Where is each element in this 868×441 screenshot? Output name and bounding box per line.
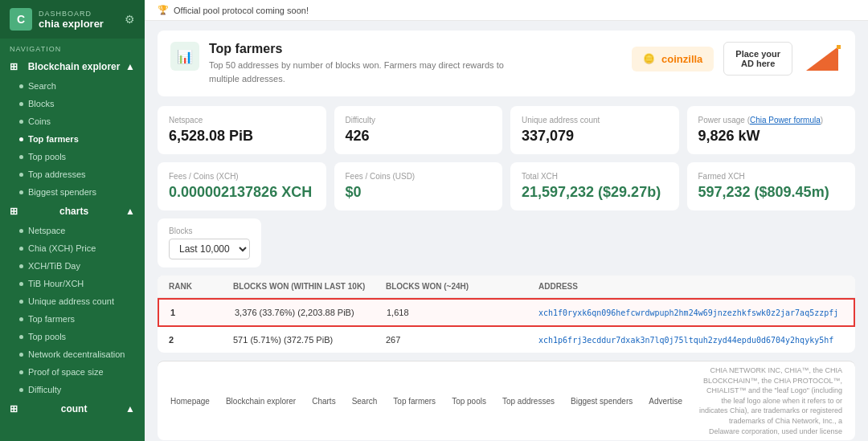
blocks-selector-label: Blocks — [169, 227, 250, 235]
stat-fees-xch: Fees / Coins (XCH) 0.000002137826 XCH — [158, 162, 326, 210]
row1-rank: 1 — [170, 308, 235, 317]
dot-icon — [19, 335, 23, 339]
grid-icon-3: ⊞ — [10, 403, 18, 414]
stat-netspace: Netspace 6,528.08 PiB — [158, 106, 326, 154]
stat-netspace-value: 6,528.08 PiB — [169, 128, 315, 145]
footer-search[interactable]: Search — [352, 397, 378, 406]
blockchain-explorer-group[interactable]: ⊞ Blockchain explorer ▲ — [0, 56, 145, 77]
charts-nav-items: Netspace Chia (XCH) Price XCH/TiB Day Ti… — [0, 222, 145, 398]
stat-fees-xch-label: Fees / Coins (XCH) — [169, 172, 315, 181]
col-rank: RANK — [169, 282, 233, 291]
blockchain-nav-items: Search Blocks Coins Top farmers Top pool… — [0, 77, 145, 201]
stat-power-value: 9,826 kW — [698, 128, 845, 145]
stat-unique-address-label: Unique address count — [522, 116, 668, 125]
blocks-select[interactable]: Last 10,000 Last 1,000 Last 100 — [169, 239, 250, 259]
brand-header: C DASHBOARD chia explorer ⚙ — [0, 0, 145, 39]
sidebar-item-search[interactable]: Search — [0, 77, 145, 95]
row1-blocks-won: 3,376 (33.76%) (2,203.88 PiB) — [235, 308, 387, 317]
footer-copyright: CHIA NETWORK INC, CHIA™, the CHIA BLOCKC… — [698, 365, 842, 436]
stat-power-label: Power usage (Chia Power formula) — [698, 116, 845, 125]
stat-netspace-label: Netspace — [169, 116, 315, 125]
chia-power-link[interactable]: Chia Power formula — [750, 116, 821, 125]
stat-difficulty-label: Difficulty — [346, 116, 492, 125]
sidebar-item-biggest-spenders[interactable]: Biggest spenders — [0, 183, 145, 201]
stat-difficulty-value: 426 — [346, 128, 492, 145]
coinzilla-icon: 🪙 — [643, 53, 655, 64]
tf-ads: 🪙 coinzilla Place your AD here — [632, 42, 842, 76]
footer-top-farmers[interactable]: Top farmers — [393, 397, 436, 406]
footer-blockchain-explorer[interactable]: Blockchain explorer — [226, 397, 296, 406]
table-row-1[interactable]: 1 3,376 (33.76%) (2,203.88 PiB) 1,618 xc… — [158, 298, 855, 327]
row1-address[interactable]: xch1f0ryxk6qn096hefcwrdwpuph2hm24w69jnze… — [538, 308, 842, 317]
dot-icon — [19, 173, 23, 177]
footer-charts[interactable]: Charts — [312, 397, 335, 406]
sidebar-item-xch-tib[interactable]: XCH/TiB Day — [0, 257, 145, 275]
sidebar-item-top-farmers[interactable]: Top farmers — [0, 130, 145, 148]
dot-icon — [19, 190, 23, 194]
dot-icon — [19, 102, 23, 106]
sidebar-item-network-decentralisation[interactable]: Network decentralisation — [0, 345, 145, 363]
sidebar-item-unique-address-count[interactable]: Unique address count — [0, 292, 145, 310]
sidebar: C DASHBOARD chia explorer ⚙ NAVIGATION ⊞… — [0, 0, 145, 441]
stat-farmed-xch: Farmed XCH 597,232 ($809.45m) — [687, 162, 856, 210]
footer-advertise[interactable]: Advertise — [649, 397, 682, 406]
stat-fees-usd-label: Fees / Coins (USD) — [346, 172, 492, 181]
sidebar-item-tib-xch[interactable]: TiB Hour/XCH — [0, 275, 145, 292]
col-address: ADDRESS — [538, 282, 844, 291]
svg-marker-0 — [806, 47, 838, 71]
sidebar-item-netspace[interactable]: Netspace — [0, 222, 145, 239]
sidebar-item-blocks[interactable]: Blocks — [0, 95, 145, 112]
dot-icon — [19, 155, 23, 159]
row2-rank: 2 — [169, 335, 233, 345]
count-group[interactable]: ⊞ count ▲ — [0, 398, 145, 419]
row2-blocks-won: 571 (5.71%) (372.75 PiB) — [233, 335, 386, 345]
dot-icon — [19, 84, 23, 88]
footer-homepage[interactable]: Homepage — [170, 397, 210, 406]
place-ad-line2: AD here — [735, 59, 780, 68]
brand-text: DASHBOARD chia explorer — [39, 10, 104, 30]
chevron-up-icon-2: ▲ — [125, 206, 135, 217]
chevron-up-icon-3: ▲ — [125, 403, 135, 414]
nav-section-label: NAVIGATION — [0, 39, 145, 56]
dot-icon — [19, 264, 23, 268]
brand-icon: C — [10, 8, 32, 31]
sidebar-item-top-pools-chart[interactable]: Top pools — [0, 328, 145, 345]
footer-top-addresses[interactable]: Top addresses — [502, 397, 555, 406]
ad-triangle-graphic — [802, 43, 842, 75]
sidebar-item-xch-price[interactable]: Chia (XCH) Price — [0, 239, 145, 257]
sidebar-item-coins[interactable]: Coins — [0, 112, 145, 130]
dot-icon — [19, 353, 23, 357]
tf-title: Top farmers — [209, 42, 530, 56]
footer-biggest-spenders[interactable]: Biggest spenders — [571, 397, 633, 406]
dot-icon — [19, 282, 23, 286]
sidebar-item-top-farmers-chart[interactable]: Top farmers — [0, 310, 145, 328]
dot-icon — [19, 120, 23, 124]
row2-address[interactable]: xch1p6frj3ecddur7dxak3n7lq0j75ltquh2zyd4… — [538, 336, 844, 345]
svg-rect-1 — [837, 45, 841, 49]
stat-total-xch: Total XCH 21,597,232 ($29.27b) — [510, 162, 679, 210]
place-ad-banner[interactable]: Place your AD here — [723, 42, 792, 76]
grid-icon: ⊞ — [10, 61, 18, 72]
footer-top-pools[interactable]: Top pools — [452, 397, 486, 406]
dashboard-label: DASHBOARD — [39, 10, 104, 18]
sidebar-item-proof-of-space[interactable]: Proof of space size — [0, 363, 145, 381]
charts-group[interactable]: ⊞ charts ▲ — [0, 201, 145, 222]
stat-unique-address-value: 337,079 — [522, 128, 668, 145]
coinzilla-ad[interactable]: 🪙 coinzilla — [632, 47, 714, 71]
sidebar-item-top-addresses[interactable]: Top addresses — [0, 165, 145, 183]
notice-icon: 🏆 — [158, 5, 169, 15]
dot-icon — [19, 247, 23, 251]
main-content: 🏆 Official pool protocol coming soon! 📊 … — [145, 0, 868, 441]
col-blocks-won: BLOCKS WON (WITHIN LAST 10K) — [233, 282, 386, 291]
footer-nav: Homepage Blockchain explorer Charts Sear… — [158, 361, 855, 440]
content-area: 📊 Top farmers Top 50 addresses by number… — [145, 21, 868, 441]
sidebar-item-top-pools[interactable]: Top pools — [0, 148, 145, 165]
dot-icon — [19, 317, 23, 321]
stat-total-xch-label: Total XCH — [522, 172, 668, 181]
stat-fees-usd: Fees / Coins (USD) $0 — [334, 162, 503, 210]
settings-icon[interactable]: ⚙ — [125, 13, 135, 26]
stat-fees-xch-value: 0.000002137826 XCH — [169, 184, 315, 201]
tf-left: 📊 Top farmers Top 50 addresses by number… — [170, 42, 530, 85]
sidebar-item-difficulty[interactable]: Difficulty — [0, 381, 145, 398]
table-row-2[interactable]: 2 571 (5.71%) (372.75 PiB) 267 xch1p6frj… — [158, 327, 855, 353]
